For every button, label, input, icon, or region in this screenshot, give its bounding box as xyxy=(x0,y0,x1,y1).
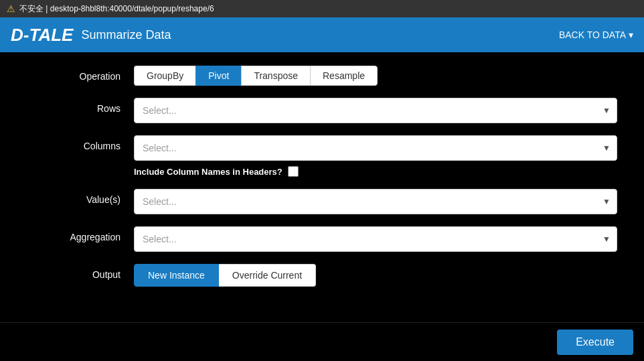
footer: Execute xyxy=(0,322,644,361)
operation-label: Operation xyxy=(27,66,134,82)
page-title: Summarize Data xyxy=(81,28,171,42)
columns-label: Columns xyxy=(27,135,134,151)
tab-pivot[interactable]: Pivot xyxy=(195,66,241,86)
aggregation-select[interactable]: Select... xyxy=(134,226,617,252)
columns-select-wrapper: Select... ▼ xyxy=(134,135,617,161)
rows-select-wrapper: Select... ▼ xyxy=(134,98,617,123)
aggregation-control: Select... ▼ xyxy=(134,226,617,252)
execute-button[interactable]: Execute xyxy=(557,330,633,355)
include-col-names-checkbox[interactable] xyxy=(288,166,299,177)
aggregation-row: Aggregation Select... ▼ xyxy=(27,226,617,252)
tab-transpose[interactable]: Transpose xyxy=(241,66,310,86)
include-col-names-label: Include Column Names in Headers? xyxy=(134,167,283,177)
output-row: Output New Instance Override Current xyxy=(27,264,617,287)
operation-tabs: GroupBy Pivot Transpose Resample xyxy=(134,66,617,86)
main-content: Operation GroupBy Pivot Transpose Resamp… xyxy=(0,52,644,322)
logo-tale: TALE xyxy=(29,25,73,45)
app-header: D-TALE Summarize Data BACK TO DATA ▾ xyxy=(0,17,644,52)
operation-row: Operation GroupBy Pivot Transpose Resamp… xyxy=(27,66,617,86)
values-control: Select... ▼ xyxy=(134,189,617,214)
values-label: Value(s) xyxy=(27,189,134,205)
values-row: Value(s) Select... ▼ xyxy=(27,189,617,214)
include-col-names-row: Include Column Names in Headers? xyxy=(134,166,617,177)
columns-select[interactable]: Select... xyxy=(134,135,617,161)
back-to-data-label: BACK TO DATA xyxy=(559,29,626,40)
tab-groupby[interactable]: GroupBy xyxy=(134,66,195,86)
override-current-button[interactable]: Override Current xyxy=(219,264,316,287)
values-select[interactable]: Select... xyxy=(134,189,617,214)
columns-row: Columns Select... ▼ Include Column Names… xyxy=(27,135,617,177)
aggregation-label: Aggregation xyxy=(27,226,134,242)
rows-select[interactable]: Select... xyxy=(134,98,617,123)
header-left: D-TALE Summarize Data xyxy=(11,25,171,46)
warning-icon: ⚠ xyxy=(7,3,15,14)
back-to-data-chevron: ▾ xyxy=(629,29,633,40)
output-label: Output xyxy=(27,264,134,280)
new-instance-button[interactable]: New Instance xyxy=(134,264,219,287)
back-to-data-button[interactable]: BACK TO DATA ▾ xyxy=(559,29,633,40)
rows-row: Rows Select... ▼ xyxy=(27,98,617,123)
rows-control: Select... ▼ xyxy=(134,98,617,123)
logo-d: D xyxy=(11,25,23,45)
rows-label: Rows xyxy=(27,98,134,114)
columns-control: Select... ▼ Include Column Names in Head… xyxy=(134,135,617,177)
output-buttons: New Instance Override Current xyxy=(134,264,617,287)
app-logo: D-TALE xyxy=(11,25,73,46)
warning-text: 不安全 | desktop-8hbl8th:40000/dtale/popup/… xyxy=(19,3,214,15)
aggregation-select-wrapper: Select... ▼ xyxy=(134,226,617,252)
values-select-wrapper: Select... ▼ xyxy=(134,189,617,214)
tab-resample[interactable]: Resample xyxy=(310,66,378,86)
warning-bar: ⚠ 不安全 | desktop-8hbl8th:40000/dtale/popu… xyxy=(0,0,644,17)
